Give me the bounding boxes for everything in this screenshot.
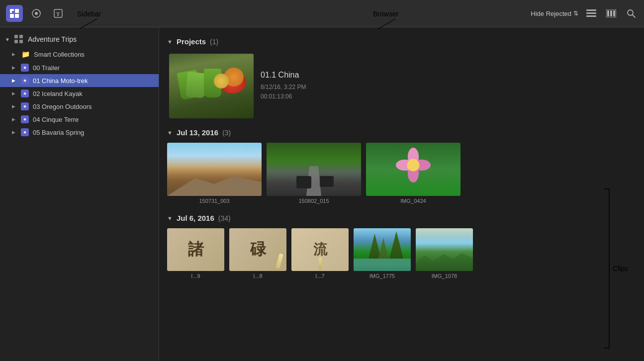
svg-rect-24 <box>14 35 18 38</box>
projects-count: (1) <box>210 38 218 46</box>
star-badge-iceland: ★ <box>21 90 29 97</box>
sidebar-item-label-oregon: 03 Oregon Outdoors <box>33 103 92 110</box>
sidebar-item-05-bavaria[interactable]: ▶ ★ 05 Bavaria Spring <box>0 126 159 139</box>
star-badge-china: ★ <box>21 77 29 85</box>
filmstrip-view-button[interactable] <box>604 6 618 20</box>
projects-caret-icon[interactable]: ▼ <box>167 39 173 45</box>
jul6-title: Jul 6, 2016 <box>177 214 214 222</box>
project-date: 8/12/16, 3:22 PM <box>261 83 306 92</box>
clip-thumb-i7: 流 <box>291 228 349 271</box>
sidebar-item-02-iceland[interactable]: ▶ ★ 02 Iceland Kayak <box>0 87 159 100</box>
jul6-section-header: ▼ Jul 6, 2016 (34) <box>167 214 636 222</box>
star-badge-cinque: ★ <box>21 115 29 123</box>
svg-rect-9 <box>15 14 19 18</box>
sidebar-item-01-china[interactable]: ▶ ★ 01 China Moto-trek <box>0 74 159 87</box>
clip-thumb-150802 <box>267 143 361 196</box>
clip-item-150731[interactable]: 150731_003 <box>167 143 262 204</box>
jul13-section-header: ▼ Jul 13, 2016 (3) <box>167 128 636 137</box>
jul6-clip-grid: 諸 I...9 碌 I...8 流 I...7 <box>167 228 636 279</box>
china-caret-icon: ▶ <box>12 78 17 83</box>
hide-rejected-label: Hide Rejected <box>531 10 571 17</box>
svg-rect-21 <box>613 10 615 16</box>
toolbar: T Hide Rejected ⇅ <box>0 0 644 27</box>
svg-rect-16 <box>586 12 596 14</box>
jul13-title: Jul 13, 2016 <box>177 128 218 137</box>
sidebar-item-label-iceland: 02 Iceland Kayak <box>33 90 83 97</box>
jul13-caret-icon[interactable]: ▼ <box>167 130 173 136</box>
smart-collections-caret-icon: ▶ <box>12 52 17 57</box>
sidebar-item-00-trailer[interactable]: ▶ ★ 00 Trailer <box>0 61 159 74</box>
sidebar-item-03-oregon[interactable]: ▶ ★ 03 Oregon Outdoors <box>0 100 159 113</box>
project-meta: 8/12/16, 3:22 PM 00:01:13:06 <box>261 83 306 101</box>
svg-line-23 <box>633 15 636 18</box>
svg-rect-26 <box>14 40 18 43</box>
star-badge-bavaria: ★ <box>21 128 29 136</box>
library-grid-icon <box>14 34 24 44</box>
list-view-button[interactable] <box>584 6 598 20</box>
clip-item-i8[interactable]: 碌 I...8 <box>229 228 286 279</box>
jul6-caret-icon[interactable]: ▼ <box>167 215 173 221</box>
sidebar-item-smart-collections[interactable]: ▶ 📁 Smart Collections <box>0 47 159 61</box>
clip-label-i8: I...8 <box>253 273 262 279</box>
svg-rect-20 <box>610 10 612 16</box>
clip-label-150731: 150731_003 <box>199 198 229 204</box>
clip-thumb-i8: 碌 <box>229 228 286 271</box>
project-name: 01.1 China <box>261 71 306 80</box>
svg-rect-8 <box>10 14 14 18</box>
svg-rect-7 <box>15 9 19 13</box>
jul13-count: (3) <box>222 129 231 137</box>
svg-rect-27 <box>19 40 23 43</box>
svg-rect-19 <box>607 10 609 16</box>
clip-label-150802: 150802_015 <box>298 198 329 204</box>
clip-thumb-i9: 諸 <box>167 228 224 271</box>
toolbar-right: Hide Rejected ⇅ <box>531 6 638 20</box>
project-item[interactable]: »»»»»» 01.1 China 8/12/16, 3:22 PM 0 <box>167 52 636 120</box>
library-caret-icon: ▼ <box>5 37 10 42</box>
clip-label-img0424: IMG_0424 <box>400 198 426 204</box>
sidebar-item-04-cinque[interactable]: ▶ ★ 04 Cinque Terre <box>0 113 159 126</box>
cinque-caret-icon: ▶ <box>12 117 17 122</box>
hide-rejected-arrows-icon: ⇅ <box>573 10 578 17</box>
clip-item-img1775[interactable]: IMG_1775 <box>354 228 411 279</box>
clip-thumb-img1078 <box>416 228 473 271</box>
library-tab-icon[interactable] <box>6 5 23 22</box>
sidebar-item-label-trailer: 00 Trailer <box>33 64 60 72</box>
toolbar-left: T <box>6 5 67 22</box>
iceland-caret-icon: ▶ <box>12 91 17 96</box>
sidebar-item-label-smart-collections: Smart Collections <box>34 51 85 58</box>
clip-item-i7[interactable]: 流 I...7 <box>291 228 349 279</box>
trailer-caret-icon: ▶ <box>12 65 17 70</box>
sidebar-item-label-cinque: 04 Cinque Terre <box>33 116 79 123</box>
project-duration: 00:01:13:06 <box>261 92 306 101</box>
svg-text:T: T <box>56 11 60 17</box>
music-tab-icon[interactable] <box>28 5 45 22</box>
clip-label-i7: I...7 <box>315 273 324 279</box>
projects-title: Projects <box>177 37 206 46</box>
svg-rect-10 <box>12 11 14 13</box>
oregon-caret-icon: ▶ <box>12 104 17 109</box>
clip-thumb-img1775 <box>354 228 411 271</box>
clip-label-img1078: IMG_1078 <box>432 273 457 279</box>
folder-icon: 📁 <box>21 50 30 59</box>
clip-label-i9: I...9 <box>191 273 200 279</box>
sidebar-library-header[interactable]: ▼ Adventure Trips <box>0 31 159 47</box>
clip-item-img1078[interactable]: IMG_1078 <box>416 228 473 279</box>
project-info: 01.1 China 8/12/16, 3:22 PM 00:01:13:06 <box>261 71 306 101</box>
clip-item-i9[interactable]: 諸 I...9 <box>167 228 224 279</box>
svg-rect-15 <box>586 9 596 11</box>
hide-rejected-button[interactable]: Hide Rejected ⇅ <box>531 10 578 17</box>
sidebar-item-label-china: 01 China Moto-trek <box>33 77 88 85</box>
titles-tab-icon[interactable]: T <box>50 5 67 22</box>
project-thumbnail: »»»»»» <box>169 54 254 118</box>
svg-rect-25 <box>19 35 23 38</box>
clip-item-150802[interactable]: 150802_015 <box>267 143 361 204</box>
search-button[interactable] <box>624 6 638 20</box>
jul6-count: (34) <box>218 214 231 222</box>
projects-section-header: ▼ Projects (1) <box>167 37 636 46</box>
sidebar-item-label-bavaria: 05 Bavaria Spring <box>33 129 84 136</box>
svg-point-12 <box>35 12 38 15</box>
library-name: Adventure Trips <box>28 35 77 43</box>
star-badge-oregon: ★ <box>21 102 29 110</box>
clip-thumb-img0424 <box>366 143 460 196</box>
clip-item-img0424[interactable]: IMG_0424 <box>366 143 460 204</box>
